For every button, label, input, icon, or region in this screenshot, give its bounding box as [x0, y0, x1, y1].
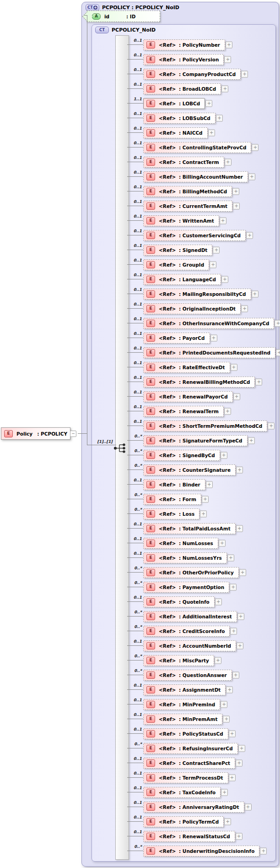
global-element-policy[interactable]: E Policy : PCPOLICY − [1, 427, 70, 440]
expand-icon[interactable]: + [215, 598, 222, 605]
expand-icon[interactable]: + [275, 320, 280, 327]
element-ref-box[interactable]: E <Ref> : BroadLOBCd + [143, 83, 221, 94]
element-ref-box[interactable]: E <Ref> : MiscParty + [143, 655, 214, 666]
expand-icon[interactable]: + [276, 349, 280, 356]
element-ref-box[interactable]: E <Ref> : BillingMethodCd + [143, 186, 232, 197]
element-ref-box[interactable]: E <Ref> : ContractTerm + [143, 157, 224, 168]
expand-icon[interactable]: + [221, 452, 227, 459]
element-ref-box[interactable]: E <Ref> : QuoteInfo + [143, 596, 215, 607]
element-ref-box[interactable]: E <Ref> : WrittenAmt + [143, 215, 219, 226]
expand-icon[interactable]: + [268, 422, 275, 429]
element-ref-box[interactable]: E <Ref> : MinPremAmt + [143, 714, 222, 725]
expand-icon[interactable]: + [230, 628, 237, 634]
expand-icon[interactable]: + [200, 510, 207, 517]
element-ref-box[interactable]: E <Ref> : RenewalBillingMethodCd + [143, 377, 255, 388]
expand-icon[interactable]: + [210, 261, 216, 268]
expand-icon[interactable]: + [232, 671, 239, 678]
element-ref-box[interactable]: E <Ref> : PrintedDocumentsRequestedInd + [143, 347, 275, 358]
collapse-icon[interactable]: − [70, 431, 76, 437]
element-ref-box[interactable]: E <Ref> : RateEffectiveDt + [143, 362, 230, 373]
expand-icon[interactable]: + [245, 803, 252, 810]
element-ref-box[interactable]: E <Ref> : AssignmentDt + [143, 684, 226, 695]
expand-icon[interactable]: + [252, 144, 258, 151]
expand-icon[interactable]: + [226, 41, 232, 48]
expand-icon[interactable]: + [229, 730, 236, 737]
element-ref-box[interactable]: E <Ref> : TotalPaidLossAmt + [143, 523, 236, 534]
element-ref-box[interactable]: E <Ref> : PolicyVersion + [143, 54, 224, 65]
element-ref-box[interactable]: E <Ref> : Binder + [143, 479, 205, 490]
element-ref-box[interactable]: E <Ref> : LOBSubCd + [143, 113, 215, 124]
attribute-id-box[interactable]: A id : ID [86, 11, 160, 22]
element-ref-box[interactable]: E <Ref> : GroupId + [143, 259, 209, 270]
expand-icon[interactable]: + [219, 540, 226, 546]
expand-icon[interactable]: + [233, 202, 240, 209]
expand-icon[interactable]: + [232, 188, 239, 195]
element-ref-box[interactable]: E <Ref> : ControllingStateProvCd + [143, 142, 251, 153]
expand-icon[interactable]: + [230, 584, 237, 590]
expand-icon[interactable]: + [237, 613, 244, 620]
element-ref-box[interactable]: E <Ref> : UnderwritingDescisionInfo + [143, 846, 259, 857]
expand-icon[interactable]: + [229, 774, 236, 781]
expand-icon[interactable]: + [210, 334, 217, 341]
element-ref-box[interactable]: E <Ref> : RenewalStatusCd + [143, 831, 235, 842]
expand-icon[interactable]: + [236, 759, 242, 766]
expand-icon[interactable]: + [248, 437, 255, 444]
element-ref-box[interactable]: E <Ref> : NumLossesYrs + [143, 552, 227, 563]
element-ref-box[interactable]: E <Ref> : ContractSharePct + [143, 758, 235, 769]
expand-icon[interactable]: + [225, 158, 232, 165]
expand-icon[interactable]: + [221, 701, 227, 708]
element-ref-box[interactable]: E <Ref> : CreditScoreInfo + [143, 626, 230, 637]
element-ref-box[interactable]: E <Ref> : OtherInsuranceWithCompanyCd + [143, 318, 274, 329]
element-ref-box[interactable]: E <Ref> : CurrentTermAmt + [143, 201, 232, 212]
expand-icon[interactable]: + [215, 657, 221, 664]
element-ref-box[interactable]: E <Ref> : RefusingInsurerCd + [143, 743, 238, 754]
element-ref-box[interactable]: E <Ref> : QuestionAnswer + [143, 670, 232, 681]
element-ref-box[interactable]: E <Ref> : MinPremInd + [143, 699, 220, 710]
sequence-icon[interactable] [113, 442, 127, 454]
element-ref-box[interactable]: E <Ref> : SignatureFormTypeCd + [143, 435, 248, 446]
expand-icon[interactable]: + [208, 129, 215, 136]
element-ref-box[interactable]: E <Ref> : LOBCd + [143, 98, 205, 109]
element-ref-box[interactable]: E <Ref> : LanguageCd + [143, 274, 221, 285]
element-ref-box[interactable]: E <Ref> : RenewalTerm + [143, 406, 224, 417]
expand-icon[interactable]: + [224, 818, 231, 825]
expand-icon[interactable]: + [206, 481, 213, 488]
expand-icon[interactable]: + [233, 393, 240, 400]
expand-icon[interactable]: + [220, 217, 226, 224]
expand-icon[interactable]: + [236, 833, 242, 840]
expand-icon[interactable]: + [248, 173, 255, 180]
expand-icon[interactable]: + [255, 378, 262, 385]
element-ref-box[interactable]: E <Ref> : SignedByCd + [143, 450, 220, 461]
element-ref-box[interactable]: E <Ref> : CounterSignature + [143, 464, 236, 475]
expand-icon[interactable]: + [205, 100, 212, 107]
expand-icon[interactable]: + [216, 115, 223, 121]
element-ref-box[interactable]: E <Ref> : TaxCodeInfo + [143, 787, 221, 798]
element-ref-box[interactable]: E <Ref> : ShortTermPremiumMethodCd + [143, 420, 267, 431]
element-ref-box[interactable]: E <Ref> : SignedDt + [143, 245, 212, 256]
expand-icon[interactable]: + [239, 569, 246, 576]
element-ref-box[interactable]: E <Ref> : PolicyNumber + [143, 39, 225, 50]
expand-icon[interactable]: + [213, 246, 220, 253]
expand-icon[interactable]: + [227, 554, 234, 561]
element-ref-box[interactable]: E <Ref> : AnniversaryRatingDt + [143, 802, 244, 813]
element-ref-box[interactable]: E <Ref> : PaymentOption + [143, 582, 229, 593]
element-ref-box[interactable]: E <Ref> : Form + [143, 494, 201, 505]
element-ref-box[interactable]: E <Ref> : RenewalPayorCd + [143, 391, 233, 402]
expand-icon[interactable]: + [202, 496, 209, 502]
expand-icon[interactable]: + [252, 290, 258, 297]
expand-icon[interactable]: + [241, 71, 248, 77]
expand-icon[interactable]: + [226, 686, 233, 693]
element-ref-box[interactable]: E <Ref> : NumLosses + [143, 538, 218, 549]
expand-icon[interactable]: + [221, 789, 228, 796]
expand-icon[interactable]: + [223, 715, 230, 722]
expand-icon[interactable]: + [236, 525, 243, 532]
expand-icon[interactable]: + [237, 642, 243, 649]
element-ref-box[interactable]: E <Ref> : PolicyStatusCd + [143, 728, 228, 739]
expand-icon[interactable]: + [231, 364, 237, 371]
element-ref-box[interactable]: E <Ref> : CompanyProductCd + [143, 69, 241, 80]
element-ref-box[interactable]: E <Ref> : OriginalInceptionDt + [143, 303, 241, 314]
element-ref-box[interactable]: E <Ref> : NAICCd + [143, 127, 208, 138]
element-ref-box[interactable]: E <Ref> : OtherOrPriorPolicy + [143, 567, 239, 578]
expand-icon[interactable]: + [238, 745, 245, 752]
element-ref-box[interactable]: E <Ref> : CustomerServicingCd + [143, 230, 246, 241]
